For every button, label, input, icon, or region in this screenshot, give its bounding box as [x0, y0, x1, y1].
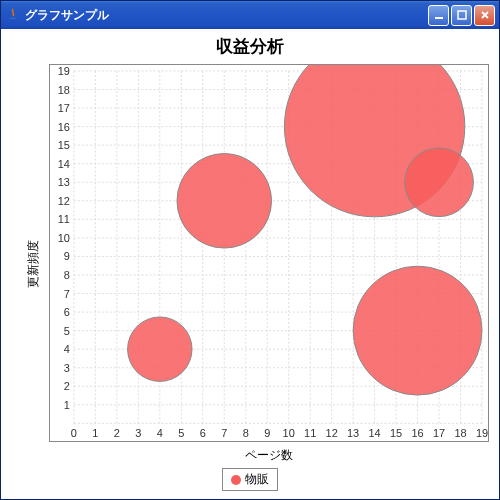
y-axis-label: 更新頻度 [25, 240, 42, 288]
app-window: グラフサンプル 収益分析 更新頻度 0123456789101112131415… [0, 0, 500, 500]
java-icon [5, 7, 21, 23]
svg-text:13: 13 [347, 427, 359, 439]
svg-text:9: 9 [264, 427, 270, 439]
svg-text:6: 6 [200, 427, 206, 439]
legend-box: 物販 [222, 468, 278, 491]
svg-text:1: 1 [92, 427, 98, 439]
svg-text:11: 11 [58, 213, 70, 225]
svg-text:1: 1 [64, 399, 70, 411]
chart-plot: 0123456789101112131415161718191234567891… [49, 64, 489, 442]
svg-text:3: 3 [64, 362, 70, 374]
svg-point-43 [177, 154, 272, 249]
legend-label: 物販 [245, 471, 269, 488]
svg-text:14: 14 [58, 158, 70, 170]
svg-text:15: 15 [390, 427, 402, 439]
svg-rect-1 [458, 11, 466, 19]
svg-text:7: 7 [64, 288, 70, 300]
svg-text:14: 14 [369, 427, 381, 439]
svg-text:17: 17 [58, 102, 70, 114]
svg-text:7: 7 [221, 427, 227, 439]
svg-point-45 [405, 148, 474, 217]
svg-point-46 [353, 266, 482, 395]
x-axis-label: ページ数 [49, 447, 489, 464]
svg-text:9: 9 [64, 250, 70, 262]
svg-text:18: 18 [58, 84, 70, 96]
svg-text:12: 12 [326, 427, 338, 439]
window-title: グラフサンプル [25, 7, 428, 24]
svg-text:6: 6 [64, 306, 70, 318]
svg-text:12: 12 [58, 195, 70, 207]
svg-text:16: 16 [58, 121, 70, 133]
svg-text:19: 19 [476, 427, 488, 439]
svg-point-42 [128, 317, 192, 381]
svg-text:19: 19 [58, 65, 70, 77]
legend-swatch-icon [231, 475, 241, 485]
svg-text:18: 18 [454, 427, 466, 439]
svg-text:11: 11 [304, 427, 316, 439]
svg-text:8: 8 [64, 269, 70, 281]
svg-text:2: 2 [114, 427, 120, 439]
svg-text:8: 8 [243, 427, 249, 439]
svg-text:4: 4 [64, 343, 70, 355]
svg-text:10: 10 [283, 427, 295, 439]
svg-text:5: 5 [178, 427, 184, 439]
svg-text:2: 2 [64, 380, 70, 392]
svg-text:3: 3 [135, 427, 141, 439]
svg-text:13: 13 [58, 176, 70, 188]
titlebar[interactable]: グラフサンプル [1, 1, 499, 29]
svg-text:10: 10 [58, 232, 70, 244]
chart-title: 収益分析 [1, 29, 499, 60]
svg-text:17: 17 [433, 427, 445, 439]
close-button[interactable] [474, 5, 495, 26]
svg-text:4: 4 [157, 427, 163, 439]
legend: 物販 [1, 466, 499, 493]
minimize-button[interactable] [428, 5, 449, 26]
svg-text:0: 0 [71, 427, 77, 439]
maximize-button[interactable] [451, 5, 472, 26]
svg-rect-0 [435, 17, 443, 19]
svg-text:15: 15 [58, 139, 70, 151]
chart-area: 更新頻度 01234567891011121314151617181912345… [49, 64, 489, 464]
svg-text:5: 5 [64, 325, 70, 337]
content-area: 収益分析 更新頻度 012345678910111213141516171819… [1, 29, 499, 499]
svg-text:16: 16 [411, 427, 423, 439]
window-controls [428, 5, 495, 26]
